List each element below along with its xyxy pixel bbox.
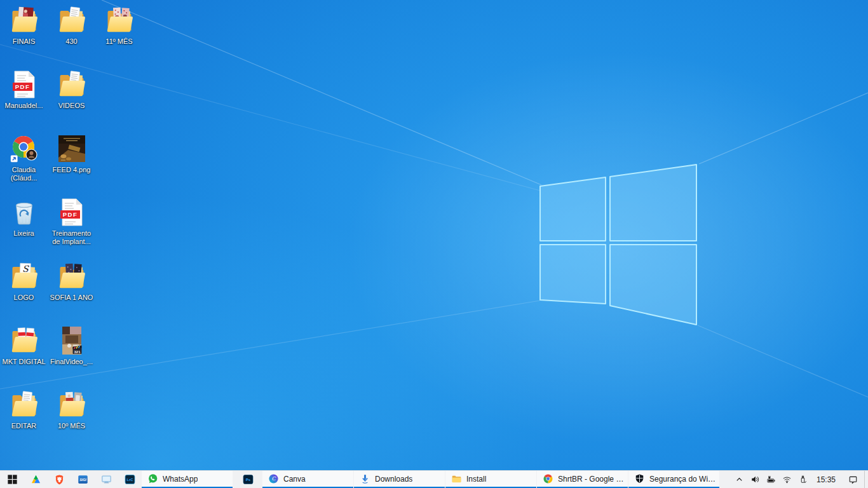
desktop-icon-11-mes[interactable]: 11º MÊS <box>95 5 143 66</box>
desktop-icon-label: 430 <box>44 37 98 46</box>
tray-volume[interactable] <box>747 471 763 488</box>
folder-icon <box>104 5 135 36</box>
windows-security-shield-icon <box>634 473 645 484</box>
taskbar-button-chrome[interactable]: ShrtBR - Google Ch... <box>537 471 628 488</box>
desktop-icon-label: Manualdel... <box>0 102 51 110</box>
taskbar-pinned-brave[interactable] <box>48 471 71 488</box>
taskbar-pinned-google-drive[interactable] <box>24 471 48 488</box>
start-button[interactable] <box>0 471 24 488</box>
svg-text:C: C <box>271 476 276 482</box>
tray-wifi[interactable] <box>779 471 795 488</box>
speaker-icon <box>750 475 760 484</box>
desktop-icon-label: VIDEOS <box>44 102 98 110</box>
downloads-arrow-icon <box>360 473 370 484</box>
photoshop-icon: Ps <box>243 474 254 485</box>
taskbar-button-whatsapp-label: WhatsApp <box>163 475 198 484</box>
lightroom-classic-icon: LrC <box>125 474 135 485</box>
svg-text:PDF: PDF <box>15 83 30 90</box>
action-center-button[interactable] <box>841 471 864 488</box>
folder-icon <box>57 5 87 36</box>
image-thumbnail <box>57 133 87 164</box>
svg-text:LrC: LrC <box>127 478 133 482</box>
desktop-icon-label: LOGO <box>0 294 51 302</box>
desktop-icon-10-mes[interactable]: 10º MÊS <box>48 390 95 451</box>
whatsapp-icon <box>147 473 158 484</box>
tray-hidden-icons[interactable] <box>731 471 747 488</box>
desktop-icon-label: SOFIA 1 ANO <box>44 294 98 302</box>
taskbar-button-windows-security[interactable]: Segurança do Wind... <box>628 471 719 488</box>
svg-text:Ps: Ps <box>245 478 250 482</box>
taskbar-button-windows-security-label: Segurança do Wind... <box>649 475 719 484</box>
taskbar-button-whatsapp[interactable]: WhatsApp <box>142 471 233 488</box>
canva-icon: C <box>268 473 279 484</box>
desktop-icon-label: FinalVideo_... <box>44 358 98 366</box>
taskbar: SIGI LrC WhatsApp Ps CCanva Downloads In… <box>0 470 868 488</box>
wallpaper-glow <box>346 51 868 445</box>
taskbar-button-downloads-label: Downloads <box>375 475 412 484</box>
desktop-icon-claudia-chrome-profile[interactable]: Claudia (Cláud... <box>0 133 48 194</box>
desktop-icon-label: FINAIS <box>0 37 51 46</box>
tray-usb[interactable] <box>795 471 811 488</box>
desktop-icon-label: 10º MÊS <box>44 422 98 430</box>
chrome-profile-icon <box>9 133 39 164</box>
desktop-icon-label: Claudia (Cláud... <box>0 166 51 182</box>
taskbar-button-install[interactable]: Install <box>445 471 536 488</box>
battery-charging-icon <box>766 475 776 484</box>
tray-icons <box>731 471 811 488</box>
desktop-icon-lixeira[interactable]: Lixeira <box>0 197 48 258</box>
google-drive-icon <box>31 474 41 485</box>
folder-icon <box>451 473 462 484</box>
show-desktop-button[interactable] <box>864 471 868 488</box>
system-tray: 15:35 <box>731 471 868 488</box>
taskbar-button-downloads[interactable]: Downloads <box>354 471 445 488</box>
folder-icon <box>9 325 39 356</box>
desktop-icon-sofia-1-ano[interactable]: SOFIA 1 ANO <box>48 261 95 322</box>
taskbar-button-canva[interactable]: CCanva <box>262 471 353 488</box>
desktop-icon-label: FEED 4.png <box>44 166 98 174</box>
folder-icon <box>57 261 87 292</box>
svg-text:321: 321 <box>74 350 81 354</box>
desktop-icon-mkt-digital[interactable]: MKT DIGITAL <box>0 325 48 386</box>
desktop-icon-430[interactable]: 430 <box>48 5 95 66</box>
folder-icon <box>57 390 87 420</box>
desktop-icon-feed-4-png[interactable]: FEED 4.png <box>48 133 95 194</box>
desktop-icon-logo[interactable]: S LOGO <box>0 261 48 322</box>
taskbar-pinned-lightroom-classic[interactable]: LrC <box>118 471 142 488</box>
taskbar-button-chrome-label: ShrtBR - Google Ch... <box>558 475 628 484</box>
desktop-icon-label: 11º MÊS <box>92 37 146 46</box>
windows-logo-icon <box>7 474 18 485</box>
desktop-icon-treinamento-pdf[interactable]: PDF Treinamento de Implant... <box>48 197 95 258</box>
svg-text:PDF: PDF <box>62 211 78 218</box>
desktop-icon-finais[interactable]: FINAIS <box>0 5 48 66</box>
svg-text:SIGI: SIGI <box>79 478 86 482</box>
wallpaper-windows-logo <box>0 0 868 470</box>
folder-icon <box>9 5 39 36</box>
windows-logo-panes <box>540 165 696 325</box>
folder-icon: S <box>9 261 39 292</box>
taskbar-button-canva-label: Canva <box>283 475 306 484</box>
taskbar-pinned-photoshop[interactable]: Ps <box>233 471 262 488</box>
tray-battery[interactable] <box>763 471 779 488</box>
wifi-icon <box>782 475 792 484</box>
pdf-icon: PDF <box>9 69 39 100</box>
taskbar-pinned-pc[interactable] <box>95 471 118 488</box>
taskbar-pinned-sigi[interactable]: SIGI <box>71 471 95 488</box>
desktop-icon-finalvideo[interactable]: 321FinalVideo_... <box>48 325 95 386</box>
desktop-icon-label: Lixeira <box>0 229 51 238</box>
usb-safely-remove-icon <box>798 475 808 484</box>
desktop-icon-label: Treinamento de Implant... <box>44 229 98 246</box>
sigi-icon: SIGI <box>78 474 88 485</box>
folder-icon <box>9 390 39 420</box>
brave-icon <box>54 474 65 485</box>
chrome-icon <box>543 473 553 484</box>
pdf-icon: PDF <box>57 197 87 227</box>
folder-icon <box>57 69 87 100</box>
desktop-icon-label: MKT DIGITAL <box>0 358 51 366</box>
desktop-icon-manualdel-pdf[interactable]: PDF Manualdel... <box>0 69 48 130</box>
desktop-icon-videos[interactable]: VIDEOS <box>48 69 95 130</box>
video-thumbnail: 321 <box>57 325 87 356</box>
desktop-icon-editar[interactable]: EDITAR <box>0 390 48 451</box>
taskbar-buttons: SIGI LrC WhatsApp Ps CCanva Downloads In… <box>0 471 720 488</box>
notification-icon <box>848 475 858 484</box>
clock[interactable]: 15:35 <box>811 471 841 488</box>
